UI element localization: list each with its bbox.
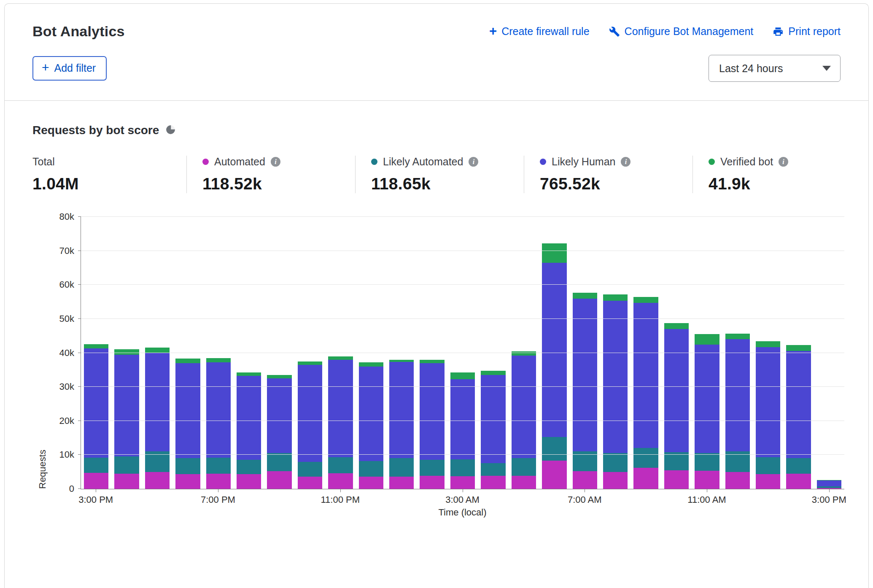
stacked-bar[interactable] — [237, 217, 261, 489]
x-tick-label: 11:00 AM — [687, 494, 726, 505]
configure-bot-management-link[interactable]: Configure Bot Management — [609, 25, 754, 38]
bar-segment-likely-human — [756, 347, 780, 457]
bar-segment-automated — [359, 477, 383, 489]
x-tick-mark — [463, 489, 463, 492]
bar-segment-automated — [573, 471, 597, 489]
stacked-bar[interactable] — [206, 217, 231, 489]
y-tick-mark — [78, 386, 81, 387]
stacked-bar[interactable] — [664, 217, 689, 489]
bar-segment-automated — [450, 476, 475, 489]
bar-segment-verified-bot — [328, 356, 353, 360]
stat-verified-bot-label: Verified bot — [720, 156, 773, 168]
bar-segment-likely-automated — [359, 461, 383, 477]
stacked-bar[interactable] — [84, 217, 108, 489]
y-tick-label: 20k — [59, 415, 74, 426]
bar-segment-likely-human — [359, 367, 383, 461]
stacked-bar[interactable] — [359, 217, 383, 489]
bar-segment-verified-bot — [206, 358, 231, 362]
stacked-bar[interactable] — [145, 217, 170, 489]
bar-segment-automated — [114, 474, 139, 489]
stacked-bar[interactable] — [298, 217, 322, 489]
bar-segment-verified-bot — [756, 341, 780, 347]
bar-segment-likely-automated — [786, 458, 811, 473]
bar-segment-likely-automated — [328, 457, 353, 473]
y-tick-label: 50k — [59, 313, 74, 324]
bot-analytics-panel: Bot Analytics + Create firewall rule Con… — [4, 3, 869, 588]
stacked-bar[interactable] — [695, 217, 719, 489]
stacked-bar[interactable] — [389, 217, 414, 489]
bar-segment-verified-bot — [359, 362, 383, 367]
plus-icon: + — [42, 61, 49, 74]
likely-human-legend-dot — [540, 159, 546, 165]
wrench-icon — [609, 26, 620, 37]
print-report-link[interactable]: Print report — [773, 25, 841, 38]
stacked-bar[interactable] — [756, 217, 780, 489]
bar-segment-likely-human — [817, 480, 841, 487]
bar-segment-automated — [298, 477, 322, 489]
stacked-bar[interactable] — [603, 217, 628, 489]
stat-verified-bot: Verified bot i 41.9k — [692, 156, 788, 193]
stacked-bar[interactable] — [450, 217, 475, 489]
bar-segment-likely-human — [420, 363, 444, 460]
bar-segment-likely-human — [145, 353, 170, 452]
stacked-bar[interactable] — [420, 217, 444, 489]
stacked-bar[interactable] — [573, 217, 597, 489]
y-tick-mark — [78, 353, 81, 353]
gridline — [81, 454, 844, 455]
bar-segment-likely-human — [725, 339, 750, 451]
x-axis-labels: 3:00 PM7:00 PM11:00 PM3:00 AM7:00 AM11:0… — [81, 489, 844, 507]
create-firewall-rule-label: Create firewall rule — [501, 25, 589, 38]
section-title-row: Requests by bot score — [5, 101, 868, 137]
bar-segment-verified-bot — [298, 361, 322, 365]
x-tick-mark — [96, 489, 96, 492]
stacked-bar[interactable] — [786, 217, 811, 489]
stacked-bar[interactable] — [328, 217, 353, 489]
bar-segment-automated — [237, 474, 261, 489]
stacked-bar[interactable] — [633, 217, 658, 489]
bar-segment-automated — [389, 477, 414, 489]
stacked-bar[interactable] — [114, 217, 139, 489]
bar-segment-likely-automated — [84, 458, 108, 473]
info-icon[interactable]: i — [621, 157, 630, 167]
x-tick-label: 3:00 AM — [445, 494, 480, 505]
add-filter-button[interactable]: + Add filter — [32, 56, 107, 81]
info-icon[interactable]: i — [271, 157, 280, 167]
info-icon[interactable]: i — [469, 157, 478, 167]
time-range-value: Last 24 hours — [719, 62, 783, 75]
bar-segment-verified-bot — [512, 351, 536, 356]
x-tick-label: 3:00 PM — [812, 494, 846, 505]
stacked-bar[interactable] — [267, 217, 291, 489]
bars-container — [81, 217, 844, 489]
bar-segment-likely-automated — [389, 458, 414, 477]
create-firewall-rule-link[interactable]: + Create firewall rule — [489, 25, 590, 38]
configure-bot-management-label: Configure Bot Management — [625, 25, 754, 38]
gridline — [81, 353, 844, 353]
bar-segment-likely-human — [664, 329, 689, 452]
bar-segment-automated — [267, 471, 291, 489]
x-tick-mark — [707, 489, 707, 492]
y-tick-mark — [78, 421, 81, 421]
chevron-down-icon — [822, 66, 831, 71]
stacked-bar[interactable] — [512, 217, 536, 489]
bar-segment-verified-bot — [114, 349, 139, 354]
stacked-bar[interactable] — [175, 217, 200, 489]
y-tick-mark — [78, 488, 81, 489]
bar-segment-verified-bot — [237, 372, 261, 376]
bar-segment-likely-automated — [175, 458, 200, 474]
bar-segment-likely-automated — [512, 458, 536, 475]
stat-automated: Automated i 118.52k — [186, 156, 355, 193]
y-tick-label: 0 — [69, 483, 74, 494]
bar-segment-automated — [328, 473, 353, 489]
time-range-select[interactable]: Last 24 hours — [709, 55, 841, 82]
bar-segment-verified-bot — [267, 375, 291, 378]
y-tick-label: 60k — [59, 279, 74, 290]
info-icon[interactable]: i — [779, 157, 788, 167]
stacked-bar[interactable] — [817, 217, 841, 489]
gridline — [81, 251, 844, 251]
bar-segment-likely-automated — [633, 448, 658, 468]
stacked-bar[interactable] — [481, 217, 505, 489]
stacked-bar[interactable] — [542, 217, 566, 489]
bar-segment-likely-human — [481, 375, 505, 463]
stacked-bar[interactable] — [725, 217, 750, 489]
automated-legend-dot — [202, 159, 209, 165]
